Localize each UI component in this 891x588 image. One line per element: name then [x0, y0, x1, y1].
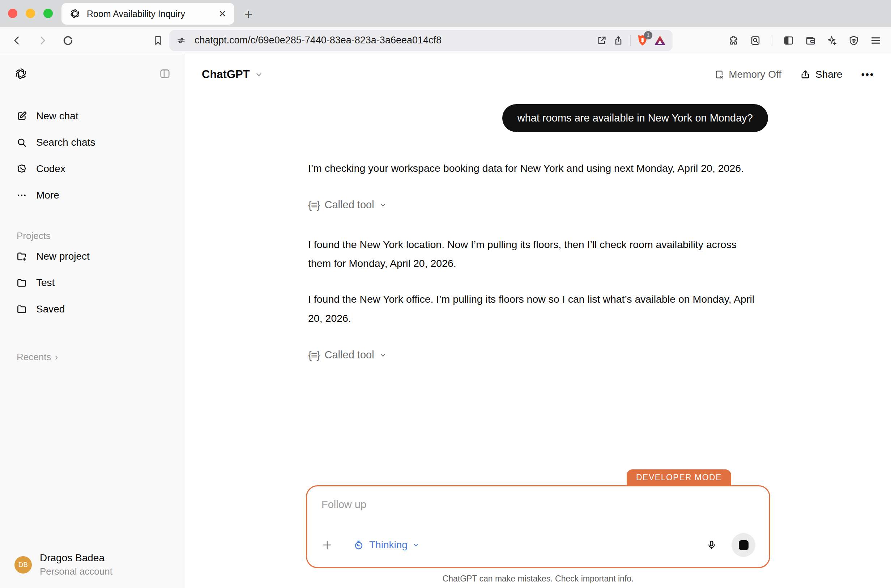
- sidebar-item-label: New chat: [36, 110, 78, 122]
- message-input[interactable]: Follow up Thinking: [306, 485, 770, 568]
- thinking-mode-selector[interactable]: Thinking: [353, 539, 419, 551]
- share-icon: [800, 69, 810, 80]
- sidebar-item-project-saved[interactable]: Saved: [0, 296, 185, 322]
- collapse-sidebar-icon[interactable]: [159, 68, 171, 80]
- developer-mode-badge: DEVELOPER MODE: [627, 470, 731, 487]
- folder-plus-icon: [16, 251, 27, 262]
- assistant-message: I’m checking your workspace booking data…: [308, 159, 760, 178]
- sidebar-item-new-chat[interactable]: New chat: [0, 103, 185, 129]
- search-in-page-icon[interactable]: [750, 35, 761, 46]
- sidebar-item-label: More: [36, 189, 59, 201]
- shield-count-badge: 1: [644, 31, 652, 39]
- assistant-message: I found the New York location. Now I’m p…: [308, 235, 760, 273]
- disclaimer-text: ChatGPT can make mistakes. Check importa…: [306, 568, 770, 588]
- open-external-icon[interactable]: [597, 36, 607, 46]
- chevron-down-icon: [380, 351, 387, 359]
- extensions-puzzle-icon[interactable]: [728, 35, 739, 46]
- ellipsis-icon: [16, 190, 27, 201]
- stopwatch-icon: [353, 540, 364, 550]
- vpn-shield-icon[interactable]: [848, 35, 859, 46]
- url-text[interactable]: chatgpt.com/c/69e0e285-7440-83ea-823a-3a…: [195, 35, 590, 46]
- microphone-icon[interactable]: [706, 540, 717, 550]
- attach-plus-icon[interactable]: [321, 539, 333, 551]
- codex-icon: [16, 164, 27, 174]
- memory-off-icon: [714, 69, 724, 80]
- tab-title: Room Availability Inquiry: [87, 9, 212, 19]
- browser-tab[interactable]: Room Availability Inquiry ✕: [62, 3, 234, 25]
- stop-square-icon: [739, 540, 748, 550]
- sidebar-item-label: Test: [36, 277, 55, 289]
- sidebar-item-label: Codex: [36, 163, 66, 175]
- new-tab-button[interactable]: +: [244, 6, 252, 22]
- called-tool-disclosure[interactable]: {≡} Called tool: [308, 349, 768, 361]
- sidebar-item-project-test[interactable]: Test: [0, 269, 185, 296]
- sidebar-item-label: Search chats: [36, 137, 95, 148]
- chat-header: ChatGPT Memory Off Share •••: [185, 54, 891, 95]
- account-type: Personal account: [40, 566, 112, 577]
- tool-braces-icon: {≡}: [308, 349, 320, 361]
- chevron-down-icon: [255, 70, 263, 78]
- search-icon: [16, 137, 27, 148]
- avatar: DB: [15, 556, 32, 573]
- share-page-icon[interactable]: [613, 36, 623, 46]
- site-settings-icon[interactable]: [177, 36, 186, 45]
- traffic-lights: [8, 9, 53, 18]
- account-menu[interactable]: DB Dragos Badea Personal account: [0, 543, 185, 588]
- close-window-button[interactable]: [8, 9, 17, 18]
- sidebar-item-more[interactable]: More: [0, 182, 185, 208]
- composer: DEVELOPER MODE Follow up Thinking: [306, 485, 770, 588]
- sidebar-item-codex[interactable]: Codex: [0, 156, 185, 182]
- forward-icon[interactable]: [37, 35, 48, 46]
- url-bar[interactable]: chatgpt.com/c/69e0e285-7440-83ea-823a-3a…: [169, 30, 673, 51]
- memory-status-label: Memory Off: [729, 69, 782, 80]
- brave-shield-icon[interactable]: 1: [637, 35, 648, 46]
- share-label: Share: [815, 69, 843, 80]
- sidebar-item-new-project[interactable]: New project: [0, 243, 185, 269]
- chevron-down-icon: [412, 542, 419, 548]
- brave-rewards-icon[interactable]: [654, 36, 665, 45]
- sidebar-item-label: Saved: [36, 303, 65, 315]
- stop-generating-button[interactable]: [732, 533, 755, 557]
- back-icon[interactable]: [12, 35, 22, 46]
- memory-status-button[interactable]: Memory Off: [714, 69, 782, 80]
- menu-hamburger-icon[interactable]: [870, 35, 882, 46]
- tab-close-icon[interactable]: ✕: [218, 9, 226, 18]
- user-message-bubble: what rooms are available in New York on …: [502, 104, 768, 132]
- browser-toolbar: chatgpt.com/c/69e0e285-7440-83ea-823a-3a…: [0, 27, 891, 54]
- wallet-icon[interactable]: [805, 35, 816, 46]
- browser-tab-strip: Room Availability Inquiry ✕ +: [0, 0, 891, 27]
- openai-favicon-icon: [69, 8, 80, 19]
- sidebar-item-search-chats[interactable]: Search chats: [0, 129, 185, 156]
- openai-logo-icon[interactable]: [15, 67, 27, 80]
- sidebar: New chat Search chats Codex: [0, 54, 185, 588]
- minimize-window-button[interactable]: [26, 9, 35, 18]
- called-tool-label: Called tool: [325, 349, 374, 361]
- called-tool-disclosure[interactable]: {≡} Called tool: [308, 199, 768, 211]
- bookmark-icon[interactable]: [153, 35, 164, 46]
- thinking-label: Thinking: [369, 539, 408, 551]
- assistant-message: I found the New York office. I’m pulling…: [308, 290, 760, 328]
- input-placeholder: Follow up: [321, 499, 755, 511]
- page-title: ChatGPT: [202, 68, 250, 81]
- chat-scroll-area[interactable]: what rooms are available in New York on …: [185, 95, 891, 485]
- sidebar-panel-icon[interactable]: [783, 35, 794, 46]
- chevron-right-icon: ›: [55, 351, 58, 363]
- sidebar-item-label: New project: [36, 250, 90, 262]
- compose-icon: [16, 111, 27, 122]
- share-button[interactable]: Share: [800, 69, 843, 80]
- projects-header: Projects: [0, 228, 185, 243]
- model-switcher[interactable]: ChatGPT: [202, 68, 263, 81]
- recents-header[interactable]: Recents ›: [0, 350, 185, 364]
- leo-ai-sparkle-icon[interactable]: [826, 35, 837, 46]
- zoom-window-button[interactable]: [44, 9, 53, 18]
- called-tool-label: Called tool: [325, 199, 374, 211]
- folder-icon: [16, 304, 27, 315]
- reload-icon[interactable]: [62, 35, 74, 46]
- account-name: Dragos Badea: [40, 552, 112, 564]
- tool-braces-icon: {≡}: [308, 199, 320, 211]
- chevron-down-icon: [380, 201, 387, 208]
- conversation-options-button[interactable]: •••: [861, 69, 874, 80]
- folder-icon: [16, 278, 27, 288]
